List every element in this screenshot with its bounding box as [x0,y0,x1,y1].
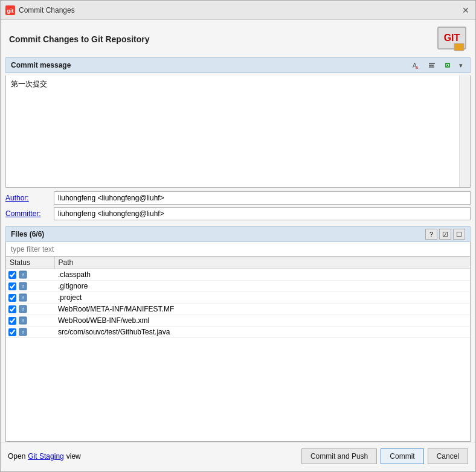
menu-button[interactable]: ▾ [457,60,465,71]
commit-dialog: git Commit Changes ✕ Commit Changes to G… [0,0,476,472]
title-bar: git Commit Changes ✕ [1,1,475,20]
files-label: Files (6/6) [11,230,44,238]
file-status-cell: f [6,304,54,315]
files-help-button[interactable]: ? [425,229,437,240]
file-icon: f [19,293,27,302]
fields-area: Author: Committer: [5,191,471,223]
files-table: Status Path f.classpathf.gitignoref.proj… [6,257,470,338]
file-checkbox[interactable] [8,317,16,325]
spell-check-button[interactable]: Aa [410,60,423,71]
file-path-cell: .classpath [54,269,470,281]
file-status-cell: f [6,281,54,292]
title-bar-title: Commit Changes [19,6,75,14]
commit-message-header: Commit message Aa [5,57,471,73]
title-bar-left: git Commit Changes [5,5,75,15]
author-label[interactable]: Author: [5,194,54,202]
files-check-all-button[interactable]: ☑ [439,229,451,240]
commit-button[interactable]: Commit [381,448,423,464]
svg-text:git: git [7,8,14,14]
col-path-header: Path [54,257,470,269]
dialog-title: Commit Changes to Git Repository [9,34,150,44]
table-row: fsrc/com/souvc/test/GithubTest.java [6,327,470,338]
files-header-actions: ? ☑ ☐ [425,229,465,240]
cancel-button[interactable]: Cancel [428,448,468,464]
author-row: Author: [5,191,471,205]
file-path-cell: .project [54,292,470,304]
file-icon: f [19,328,27,336]
file-status-cell: f [6,315,54,327]
file-icon: f [19,282,27,290]
dialog-header: Commit Changes to Git Repository GIT [1,20,475,57]
files-table-body: f.classpathf.gitignoref.projectfWebRoot/… [6,269,470,338]
file-path-cell: WebRoot/WEB-INF/web.xml [54,315,470,327]
files-filter-input[interactable] [5,242,471,257]
commit-message-label: Commit message [11,61,71,69]
svg-text:GIT: GIT [444,33,460,43]
commit-message-input[interactable] [6,75,459,187]
file-checkbox[interactable] [8,328,16,336]
files-table-container: Status Path f.classpathf.gitignoref.proj… [5,257,471,442]
file-checkbox[interactable] [8,294,16,302]
file-checkbox[interactable] [8,282,16,290]
file-status-cell: f [6,327,54,338]
table-row: fWebRoot/WEB-INF/web.xml [6,315,470,327]
commit-message-sidebar [459,75,470,187]
commit-message-toolbar: Aa ▾ [410,60,465,71]
file-status-cell: f [6,292,54,304]
format-button[interactable] [425,60,439,71]
table-row: f.project [6,292,470,304]
svg-text:a: a [416,65,418,69]
git-logo: GIT [437,26,467,53]
table-row: f.classpath [6,269,470,281]
commit-message-section: Commit message Aa [5,57,471,73]
commit-and-push-button[interactable]: Commit and Push [301,448,377,464]
file-path-cell: WebRoot/META-INF/MANIFEST.MF [54,304,470,315]
committer-label[interactable]: Committer: [5,209,54,218]
svg-rect-11 [447,65,448,66]
table-row: f.gitignore [6,281,470,292]
file-checkbox[interactable] [8,305,16,313]
footer-buttons: Commit and Push Commit Cancel [301,448,468,464]
config-button[interactable] [441,60,454,71]
commit-message-area [5,75,471,188]
files-section: Files (6/6) ? ☑ ☐ Status Path f.classpat… [5,226,471,442]
files-header: Files (6/6) ? ☑ ☐ [5,226,471,242]
footer-left: Open Git Staging view [8,452,81,461]
file-checkbox[interactable] [8,271,16,279]
close-button[interactable]: ✕ [461,6,471,14]
svg-rect-4 [454,43,464,51]
file-icon: f [19,305,27,313]
file-icon: f [19,316,27,325]
author-input[interactable] [54,191,471,205]
footer-open-label: Open [8,452,25,461]
committer-input[interactable] [54,207,471,220]
table-row: fWebRoot/META-INF/MANIFEST.MF [6,304,470,315]
file-path-cell: src/com/souvc/test/GithubTest.java [54,327,470,338]
file-status-cell: f [6,269,54,281]
footer-view-label: view [66,452,81,461]
git-title-icon: git [5,5,15,15]
files-table-header: Status Path [6,257,470,269]
committer-row: Committer: [5,207,471,220]
file-path-cell: .gitignore [54,281,470,292]
git-staging-link[interactable]: Git Staging [28,452,63,461]
col-status-header: Status [6,257,54,269]
file-icon: f [19,270,27,279]
footer: Open Git Staging view Commit and Push Co… [1,442,475,471]
files-uncheck-all-button[interactable]: ☐ [453,229,465,240]
